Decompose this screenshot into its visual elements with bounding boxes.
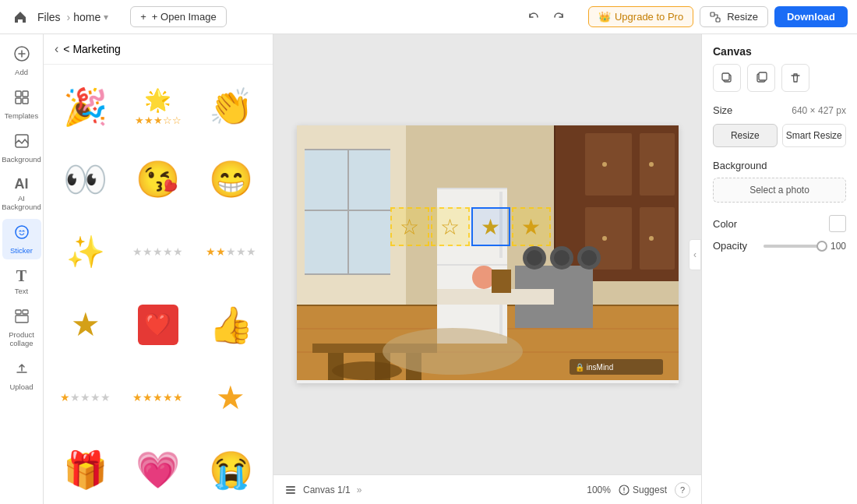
opacity-label: Opacity [713, 240, 747, 252]
sidebar-item-sticker[interactable]: Sticker [2, 219, 41, 259]
sidebar-item-ai-background[interactable]: AI AI Background [2, 171, 41, 216]
sticker-gift[interactable]: 🎁 [51, 436, 119, 504]
sticker-eyes[interactable]: 👀 [51, 145, 119, 213]
opacity-slider: 100 [764, 241, 846, 252]
sticker-1-star[interactable]: ★★★★★ [51, 363, 119, 431]
zoom-value[interactable]: 100% [587, 485, 611, 495]
svg-point-51 [383, 328, 523, 375]
sticker-crying[interactable]: 😭 [197, 436, 265, 504]
right-panel: Canvas Size 640 × 427 px Resize Sma [701, 34, 857, 504]
duplicate-button[interactable] [713, 64, 741, 92]
resize-button[interactable]: Resize [700, 6, 768, 27]
upgrade-button[interactable]: 👑 Upgrade to Pro [588, 6, 693, 27]
upgrade-label: Upgrade to Pro [615, 11, 683, 23]
svg-rect-9 [16, 310, 21, 314]
sticker-grin[interactable]: 😁 [197, 145, 265, 213]
canvas-info: Canvas 1/1 » [284, 484, 361, 496]
sidebar-item-text[interactable]: T Text [2, 263, 41, 300]
sticker-party-popper[interactable]: 🎉 [51, 72, 119, 140]
sticker-heart-box[interactable]: ❤️ [124, 291, 192, 358]
undo-button[interactable] [523, 6, 545, 28]
svg-rect-4 [23, 91, 28, 97]
size-section: Size 640 × 427 px Resize Smart Resize [713, 104, 846, 147]
svg-point-40 [527, 250, 542, 266]
panel-header: ‹ < Marketing [44, 34, 273, 65]
delete-button[interactable] [781, 64, 809, 92]
color-section: Color Opacity 100 [713, 215, 846, 252]
layers-icon [284, 484, 297, 496]
sticker-gray-stars[interactable]: ★★★★★ [124, 218, 192, 286]
svg-rect-18 [305, 273, 390, 275]
size-row: Size 640 × 427 px [713, 104, 846, 116]
sticker-kiss[interactable]: 😘 [124, 145, 192, 213]
color-row: Color [713, 215, 846, 232]
ai-background-label: AI Background [2, 194, 41, 211]
select-photo-button[interactable]: Select a photo [713, 178, 846, 203]
slider-thumb[interactable] [816, 241, 827, 252]
text-label: Text [15, 287, 28, 295]
background-icon [13, 132, 30, 153]
sticker-clapping[interactable]: 👏 [197, 72, 265, 140]
suggest-button[interactable]: Suggest [619, 485, 667, 495]
redo-button[interactable] [548, 6, 570, 28]
download-button[interactable]: Download [774, 6, 848, 27]
svg-rect-58 [286, 486, 295, 488]
help-button[interactable]: ? [675, 482, 690, 498]
sidebar-item-upload[interactable]: Upload [2, 355, 41, 396]
sticker-2-gold-stars[interactable]: ★★★★★ [197, 218, 265, 286]
open-image-button[interactable]: + + Open Image [130, 6, 226, 27]
home-icon[interactable] [9, 6, 31, 28]
sidebar-item-product-collage[interactable]: Product collage [2, 303, 41, 352]
svg-text:🔒 insMind: 🔒 insMind [575, 362, 613, 372]
resize-btn[interactable]: Resize [713, 124, 778, 147]
svg-rect-34 [437, 188, 507, 189]
color-swatch[interactable] [829, 215, 846, 232]
background-title: Background [713, 160, 846, 171]
open-image-label: + Open Image [152, 11, 217, 23]
color-label: Color [713, 218, 737, 230]
sticker-heart-pink[interactable]: 💗 [124, 436, 192, 504]
svg-point-60 [623, 492, 624, 492]
background-label: Background [2, 155, 41, 164]
svg-point-30 [649, 162, 654, 167]
sidebar-item-add[interactable]: Add [2, 41, 41, 81]
sidebar-item-templates[interactable]: Templates [2, 84, 41, 125]
upload-icon [13, 360, 30, 381]
svg-point-44 [581, 250, 597, 266]
files-label[interactable]: Files [37, 11, 61, 23]
svg-point-32 [649, 236, 654, 241]
svg-point-8 [16, 226, 28, 238]
copy-button[interactable] [747, 64, 775, 92]
product-collage-label: Product collage [5, 330, 38, 347]
add-label: Add [15, 68, 28, 76]
opacity-row: Opacity 100 [713, 240, 846, 252]
templates-icon [13, 89, 30, 110]
sticker-overlay[interactable]: ☆ ☆ ★ ★ [390, 207, 551, 246]
smart-resize-btn[interactable]: Smart Resize [782, 124, 847, 147]
sticker-big-star[interactable]: ★ [197, 363, 265, 431]
upgrade-crown-icon: 👑 [598, 11, 611, 23]
collapse-handle[interactable]: ‹ [689, 239, 701, 270]
panel-back-button[interactable]: ‹ [55, 42, 58, 56]
svg-rect-0 [711, 12, 714, 16]
canvas-expand-icon[interactable]: » [357, 485, 362, 495]
sticker-5-yellow-stars[interactable]: ★★★★★ [124, 363, 192, 431]
canvas-area: 🔒 insMind ☆ ☆ ★ ★ ‹ Canvas 1/1 » 1 [273, 34, 701, 504]
breadcrumb-home[interactable]: home [73, 11, 101, 23]
sidebar-item-background[interactable]: Background [2, 128, 41, 168]
svg-rect-53 [492, 270, 511, 293]
canvas-zoom: 100% Suggest ? [587, 482, 690, 498]
canvas-actions [713, 64, 846, 92]
sticker-thumbs-up[interactable]: 👍 [197, 291, 265, 358]
sticker-3-gold-stars[interactable]: 🌟 ★★★☆☆ [124, 72, 192, 140]
svg-rect-35 [437, 264, 507, 266]
sticker-gold-outline-star[interactable]: ★ [51, 291, 119, 358]
svg-point-31 [602, 236, 607, 241]
sticker-sparkles[interactable]: ✨ [51, 218, 119, 286]
canvas-container[interactable]: 🔒 insMind ☆ ☆ ★ ★ ‹ [273, 34, 701, 474]
text-icon: T [16, 267, 26, 285]
slider-track[interactable] [764, 245, 826, 248]
resize-label: Resize [727, 11, 758, 23]
svg-rect-62 [722, 73, 729, 80]
sticker-icon [13, 224, 30, 245]
